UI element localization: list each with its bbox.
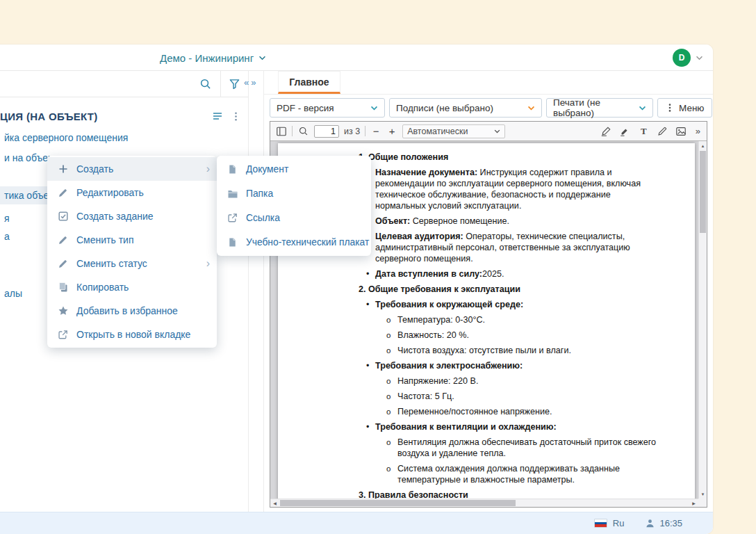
submenu-item-training-poster[interactable]: Учебно-технический плакат (217, 230, 371, 254)
doc-bullet: •Требования к окружающей среде: (359, 299, 660, 310)
highlight-tool-icon[interactable] (619, 125, 631, 137)
draw-tool-icon[interactable] (657, 125, 668, 137)
sidebar-toggle-icon[interactable] (275, 125, 287, 137)
bullet-marker: o (386, 463, 391, 474)
scroll-right-icon[interactable]: ▶ (689, 499, 698, 507)
external-link-icon (57, 329, 69, 341)
more-tools-button[interactable]: » (694, 126, 702, 136)
menu-item-create-task[interactable]: Создать задание (47, 204, 217, 228)
tree-item[interactable]: а (4, 231, 10, 242)
bullet-marker: o (386, 406, 391, 417)
horizontal-scroll-thumb[interactable] (280, 500, 516, 506)
menu-item-copy[interactable]: Копировать (47, 275, 217, 299)
image-tool-icon[interactable] (675, 125, 687, 137)
page-count-label: из 3 (344, 127, 360, 136)
menu-item-create[interactable]: Создать › (47, 157, 217, 181)
task-check-icon (57, 211, 69, 222)
external-link-icon (227, 212, 238, 224)
kebab-icon (665, 103, 675, 113)
zoom-out-button[interactable]: − (370, 125, 381, 137)
list-view-button[interactable] (211, 110, 224, 122)
chevron-down-icon (527, 106, 535, 111)
expand-panel-button[interactable]: » (251, 78, 256, 87)
scroll-up-icon[interactable]: ▲ (699, 141, 707, 150)
zoom-select[interactable]: Автоматически (402, 124, 505, 138)
doc-sub-bullet: oВлажность: 20 %. (359, 330, 660, 341)
plus-icon (57, 163, 69, 175)
pdf-version-select[interactable]: PDF - версия (270, 98, 385, 118)
doc-sub-bullet: oЧистота воздуха: отсутствие пыли и влаг… (359, 345, 660, 356)
doc-sub-bullet: oТемпература: 0-30°C. (359, 314, 660, 325)
chevron-down-icon (258, 56, 266, 60)
horizontal-scrollbar[interactable]: ◀ ▶ (270, 499, 698, 507)
star-icon (57, 305, 69, 317)
document-icon (227, 236, 238, 248)
menu-item-open-new-tab[interactable]: Открыть в новой вкладке (47, 323, 217, 346)
search-icon (199, 78, 211, 90)
signature-tool-icon[interactable] (600, 125, 612, 137)
tree-item[interactable]: я (4, 213, 10, 224)
doc-sub-bullet: oЧастота: 5 Гц. (359, 391, 660, 402)
submenu-item-folder[interactable]: Папка (217, 181, 371, 206)
submenu-item-link[interactable]: Ссылка (217, 206, 371, 230)
bullet-marker: • (366, 360, 369, 371)
collapse-panel-button[interactable]: « (244, 78, 249, 87)
chevron-down-icon (494, 129, 500, 134)
scroll-left-icon[interactable]: ◀ (270, 499, 279, 507)
avatar[interactable]: D (673, 49, 691, 67)
pdf-toolbar: из 3 − + Автоматически (270, 122, 707, 141)
tree-search-row (0, 71, 248, 97)
create-submenu: Документ Папка Ссылка Учебно-технический… (217, 156, 371, 256)
tree-item[interactable]: йка серверного помещения (4, 132, 128, 143)
copy-icon (57, 282, 69, 293)
doc-sub-bullet: oСистема охлаждения должна поддерживать … (359, 463, 660, 485)
submenu-arrow-icon: › (206, 163, 210, 175)
workspace-label: Демо - Инжиниринг (160, 52, 254, 64)
tree-item[interactable]: алы (4, 288, 22, 299)
document-controls: PDF - версия Подписи (не выбрано) Печати… (264, 95, 713, 121)
status-bar: Ru 16:35 (0, 512, 713, 534)
doc-bullet: •Целевая аудитория: Операторы, техническ… (359, 231, 660, 264)
chevron-down-icon (639, 106, 646, 111)
search-button[interactable] (190, 71, 220, 97)
menu-item-change-status[interactable]: Сменить статус › (47, 252, 217, 275)
tab-main[interactable]: Главное (278, 71, 340, 94)
menu-item-add-favorite[interactable]: Добавить в избранное (47, 299, 217, 323)
menu-item-change-type[interactable]: Сменить тип (47, 228, 217, 252)
pencil-icon (57, 234, 69, 246)
scrollbar-corner (698, 499, 707, 507)
session-time: 16:35 (659, 518, 682, 528)
chevron-down-icon[interactable] (696, 56, 703, 60)
document-icon (227, 163, 238, 175)
user-icon (645, 518, 655, 528)
bullet-marker: • (366, 268, 369, 280)
stamps-select[interactable]: Печати (не выбрано) (546, 98, 653, 118)
submenu-item-document[interactable]: Документ (217, 157, 371, 181)
bullet-marker: o (386, 375, 391, 387)
menu-button[interactable]: Меню (657, 98, 712, 118)
app-header: Демо - Инжиниринг D (0, 44, 713, 71)
zoom-in-button[interactable]: + (386, 125, 397, 137)
workspace-switcher[interactable]: Демо - Инжиниринг (160, 44, 266, 71)
bullet-marker: • (366, 299, 369, 310)
page-number-input[interactable] (314, 125, 339, 138)
context-menu: Создать › Редактировать Создать задание … (47, 156, 217, 348)
menu-item-edit[interactable]: Редактировать (47, 181, 217, 204)
toolbar-divider (292, 126, 293, 136)
bullet-marker: o (386, 314, 391, 325)
vertical-scrollbar[interactable]: ▲ ▼ (698, 141, 707, 499)
kebab-menu-button[interactable] (231, 111, 241, 122)
vertical-scroll-thumb[interactable] (700, 151, 706, 233)
tree-section-row: ЦИЯ (НА ОБЪЕКТ) (0, 106, 248, 127)
bullet-marker: o (386, 391, 391, 402)
signatures-select[interactable]: Подписи (не выбрано) (389, 98, 542, 118)
language-switcher[interactable]: Ru (613, 518, 625, 528)
pencil-icon (57, 258, 69, 270)
freetext-tool-icon[interactable]: T (638, 125, 650, 137)
bullet-marker: o (386, 330, 391, 341)
find-icon[interactable] (297, 125, 309, 137)
tab-bar: Главное (264, 71, 713, 95)
user-menu[interactable]: D (673, 44, 703, 71)
scroll-down-icon[interactable]: ▼ (699, 490, 707, 499)
doc-heading: 1. Общие положения (359, 152, 660, 163)
